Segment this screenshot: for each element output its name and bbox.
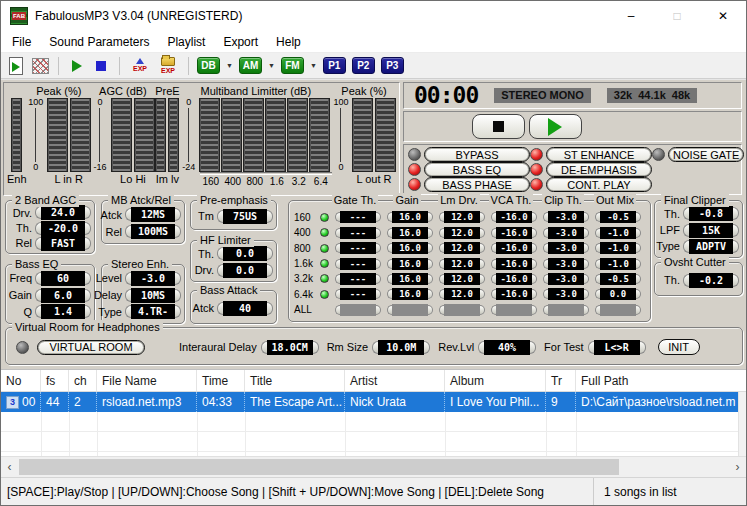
- vertical-scrollbar[interactable]: [738, 392, 746, 456]
- spinner-right[interactable]: [376, 274, 381, 284]
- spinner-right[interactable]: [584, 305, 589, 315]
- toolbar-play-button[interactable]: [67, 55, 87, 77]
- toolbar-stop-button[interactable]: [91, 55, 111, 77]
- spinner-right[interactable]: [532, 274, 537, 284]
- spinner-right[interactable]: [636, 228, 641, 238]
- header-cell-fullpath[interactable]: Full Path: [576, 370, 746, 391]
- spinner-right[interactable]: [267, 264, 273, 277]
- spinner-right[interactable]: [532, 289, 537, 299]
- spinner-right[interactable]: [428, 274, 433, 284]
- db-preset-button[interactable]: DB: [197, 57, 220, 74]
- spinner-right[interactable]: [85, 237, 91, 250]
- spinner-right[interactable]: [640, 341, 646, 354]
- spinner-right[interactable]: [85, 206, 91, 219]
- spinner-right[interactable]: [428, 305, 433, 315]
- spinner-right[interactable]: [175, 225, 181, 238]
- spinner-right[interactable]: [428, 289, 433, 299]
- user-preset-button[interactable]: P3: [381, 57, 404, 74]
- spinner-right[interactable]: [480, 212, 485, 222]
- spinner-right[interactable]: [532, 305, 537, 315]
- led-indicator-icon[interactable]: [530, 148, 543, 161]
- switch-button[interactable]: BASS PHASE: [424, 177, 530, 192]
- spinner-right[interactable]: [530, 341, 536, 354]
- new-playlist-button[interactable]: [6, 55, 26, 77]
- spinner-right[interactable]: [480, 289, 485, 299]
- spinner-right[interactable]: [636, 274, 641, 284]
- export-open-button[interactable]: EXP: [156, 55, 180, 77]
- spinner-right[interactable]: [376, 289, 381, 299]
- spinner-right[interactable]: [733, 274, 739, 287]
- virtual-room-led-icon[interactable]: [16, 341, 29, 354]
- spinner-right[interactable]: [584, 289, 589, 299]
- led-indicator-icon[interactable]: [530, 178, 543, 191]
- spinner-right[interactable]: [376, 243, 381, 253]
- spinner-right[interactable]: [636, 259, 641, 269]
- close-button[interactable]: ✕: [700, 1, 746, 31]
- spinner-right[interactable]: [584, 243, 589, 253]
- spinner-right[interactable]: [424, 341, 430, 354]
- spinner-right[interactable]: [480, 259, 485, 269]
- stop-button[interactable]: [472, 114, 525, 139]
- spinner-right[interactable]: [480, 243, 485, 253]
- spinner-right[interactable]: [85, 222, 91, 235]
- led-indicator-icon[interactable]: [530, 163, 543, 176]
- menu-item[interactable]: Export: [214, 32, 267, 52]
- spinner-right[interactable]: [267, 247, 273, 260]
- header-cell-title[interactable]: Title: [245, 370, 345, 391]
- am-preset-button[interactable]: AM: [239, 57, 262, 74]
- virtual-room-button[interactable]: VIRTUAL ROOM: [37, 340, 145, 355]
- led-indicator-icon[interactable]: [652, 148, 665, 161]
- db-dropdown-arrow-icon[interactable]: ▼: [226, 62, 233, 69]
- am-dropdown-arrow-icon[interactable]: ▼: [268, 62, 275, 69]
- menu-item[interactable]: Playlist: [158, 32, 214, 52]
- switch-button[interactable]: BASS EQ: [424, 162, 530, 177]
- spinner-right[interactable]: [85, 272, 91, 285]
- minimize-button[interactable]: –: [608, 1, 654, 31]
- spinner-right[interactable]: [267, 210, 273, 223]
- spinner-right[interactable]: [376, 228, 381, 238]
- spinner-right[interactable]: [267, 302, 273, 315]
- spinner-right[interactable]: [532, 212, 537, 222]
- spinner-right[interactable]: [532, 259, 537, 269]
- spinner-right[interactable]: [175, 272, 181, 285]
- init-button[interactable]: INIT: [658, 339, 700, 355]
- switch-button[interactable]: BYPASS: [424, 147, 530, 162]
- header-cell-artist[interactable]: Artist: [345, 370, 445, 391]
- spinner-right[interactable]: [584, 259, 589, 269]
- fm-dropdown-arrow-icon[interactable]: ▼: [310, 62, 317, 69]
- menu-item[interactable]: Sound Parameters: [40, 32, 158, 52]
- spinner-right[interactable]: [584, 274, 589, 284]
- led-indicator-icon[interactable]: [408, 148, 421, 161]
- spinner-right[interactable]: [733, 207, 739, 220]
- spinner-right[interactable]: [733, 224, 739, 237]
- led-indicator-icon[interactable]: [408, 163, 421, 176]
- menu-item[interactable]: Help: [267, 32, 310, 52]
- user-preset-button[interactable]: P2: [352, 57, 375, 74]
- header-cell-filename[interactable]: File Name: [97, 370, 197, 391]
- spinner-right[interactable]: [636, 212, 641, 222]
- spinner-right[interactable]: [480, 274, 485, 284]
- led-indicator-icon[interactable]: [408, 178, 421, 191]
- header-cell-ch[interactable]: ch: [69, 370, 97, 391]
- song-row-selected[interactable]: 300 44 2 rsload.net.mp3 04:33 The Escape…: [1, 392, 746, 412]
- spinner-right[interactable]: [313, 341, 319, 354]
- spinner-right[interactable]: [85, 305, 91, 318]
- header-cell-time[interactable]: Time: [197, 370, 245, 391]
- header-cell-fs[interactable]: fs: [41, 370, 69, 391]
- scroll-left-arrow-icon[interactable]: ‹: [1, 457, 18, 477]
- spinner-right[interactable]: [532, 228, 537, 238]
- spinner-right[interactable]: [428, 243, 433, 253]
- user-preset-button[interactable]: P1: [323, 57, 346, 74]
- switch-button[interactable]: ST ENHANCE: [546, 147, 652, 162]
- maximize-button[interactable]: □: [654, 1, 700, 31]
- spinner-right[interactable]: [428, 259, 433, 269]
- spinner-right[interactable]: [376, 305, 381, 315]
- spinner-right[interactable]: [376, 212, 381, 222]
- spinner-right[interactable]: [175, 305, 181, 318]
- spinner-right[interactable]: [85, 289, 91, 302]
- spinner-right[interactable]: [636, 289, 641, 299]
- header-cell-album[interactable]: Album: [445, 370, 546, 391]
- spinner-right[interactable]: [428, 212, 433, 222]
- spinner-right[interactable]: [532, 243, 537, 253]
- switch-button[interactable]: DE-EMPHASIS: [546, 162, 652, 177]
